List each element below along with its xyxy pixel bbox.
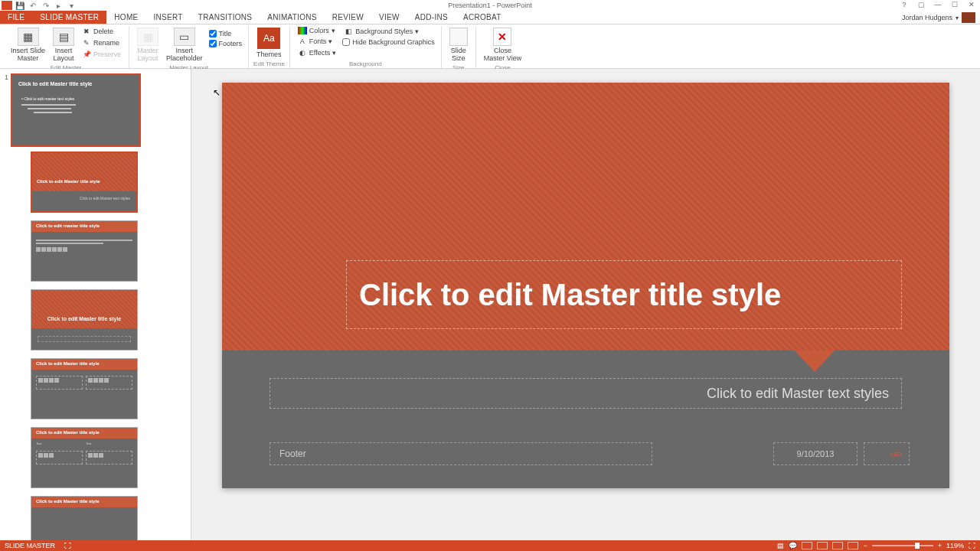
master-number: 1	[5, 73, 8, 81]
qat-customize-icon[interactable]: ▾	[66, 1, 77, 10]
tab-addins[interactable]: ADD-INS	[407, 11, 456, 24]
rename-button[interactable]: ✎Rename	[79, 37, 124, 48]
layout-thumbnail[interactable]: Click to edit Master title style Click t…	[31, 152, 138, 213]
save-icon[interactable]: 💾	[14, 1, 25, 10]
insert-slide-master-icon: ▦	[18, 28, 39, 46]
status-mode: SLIDE MASTER	[5, 542, 55, 549]
footers-checkbox[interactable]: Footers	[207, 39, 244, 48]
zoom-out-button[interactable]: −	[863, 542, 867, 549]
subtitle-placeholder[interactable]: Click to edit Master text styles	[270, 378, 902, 409]
title-placeholder-text: Click to edit Master title style	[359, 278, 781, 312]
ribbon-group-close: ✕ Close Master View Close	[476, 26, 529, 68]
title-placeholder[interactable]: Click to edit Master title style	[346, 260, 902, 329]
window-title: Presentation1 - PowerPoint	[448, 2, 532, 9]
redo-icon[interactable]: ↷	[40, 1, 51, 10]
status-bar: SLIDE MASTER ⛶ ▤ 💬 − + 119% ⛶	[0, 540, 980, 551]
delete-button[interactable]: ✖Delete	[79, 26, 124, 37]
user-name: Jordan Hudgens	[902, 14, 952, 21]
tab-file[interactable]: FILE	[0, 11, 32, 24]
date-placeholder[interactable]: 9/10/2013	[773, 442, 858, 465]
slide-master-canvas[interactable]: Click to edit Master title style Click t…	[222, 83, 949, 488]
hide-bg-checkbox[interactable]: Hide Background Graphics	[341, 37, 436, 47]
tab-slide-master[interactable]: SLIDE MASTER	[32, 11, 106, 24]
reading-view-icon[interactable]	[832, 542, 843, 549]
slide-size-button[interactable]: Slide Size	[446, 26, 471, 64]
fonts-icon: A	[298, 37, 307, 46]
powerpoint-icon	[2, 1, 12, 10]
delete-icon: ✖	[82, 27, 91, 36]
slide-size-icon	[449, 28, 468, 46]
zoom-in-button[interactable]: +	[938, 542, 942, 549]
effects-icon: ◐	[298, 48, 307, 57]
preserve-icon: 📌	[82, 50, 91, 59]
layout-thumbnail[interactable]: Click to edit master title style	[31, 220, 138, 282]
tab-acrobat[interactable]: ACROBAT	[456, 11, 509, 24]
notes-button[interactable]: ▤	[777, 542, 784, 549]
slide-canvas-area[interactable]: Click to edit Master title style Click t…	[191, 69, 980, 540]
tab-review[interactable]: REVIEW	[325, 11, 371, 24]
subtitle-placeholder-text: Click to edit Master text styles	[707, 386, 889, 402]
help-icon[interactable]: ?	[897, 1, 911, 10]
insert-layout-icon: ▤	[53, 28, 74, 46]
close-master-view-button[interactable]: ✕ Close Master View	[481, 26, 524, 64]
master-thumbnail[interactable]: 1 Click to edit Master title style • Cli…	[11, 73, 188, 147]
tab-transitions[interactable]: TRANSITIONS	[191, 11, 260, 24]
ribbon-group-size: Slide Size Size	[442, 26, 476, 68]
ribbon: ▦ Insert Slide Master ▤ Insert Layout ✖D…	[0, 24, 980, 69]
zoom-slider[interactable]	[872, 545, 933, 546]
comments-button[interactable]: 💬	[789, 542, 797, 549]
colors-icon	[298, 27, 307, 34]
layout-thumbnail-list: Click to edit Master title style Click t…	[31, 152, 188, 540]
user-avatar	[962, 12, 975, 23]
title-checkbox[interactable]: Title	[207, 29, 244, 38]
ribbon-group-edit-theme: Aa Themes Edit Theme	[249, 26, 290, 68]
layout-thumbnail[interactable]: Click to edit Master title style	[31, 289, 138, 350]
group-label-background: Background	[295, 60, 436, 68]
layout-thumbnail[interactable]: Click to edit Master title style	[31, 496, 138, 540]
fit-to-window-icon[interactable]: ⛶	[969, 542, 975, 549]
background-styles-button[interactable]: ◧Background Styles ▾	[341, 26, 436, 37]
layout-thumbnail[interactable]: Click to edit Master title style Text Te…	[31, 427, 138, 488]
zoom-level[interactable]: 119%	[946, 542, 964, 549]
slide-master-thumbnail-pane[interactable]: 1 Click to edit Master title style • Cli…	[0, 69, 191, 540]
user-account[interactable]: Jordan Hudgens ▾	[902, 12, 975, 23]
close-icon: ✕	[493, 28, 511, 46]
layout-thumbnail[interactable]: Click to edit Master title style	[31, 358, 138, 419]
insert-placeholder-icon: ▭	[174, 28, 195, 46]
group-label-edit-theme: Edit Theme	[253, 60, 285, 68]
slideshow-view-icon[interactable]	[848, 542, 858, 549]
tab-animations[interactable]: ANIMATIONS	[260, 11, 324, 24]
ribbon-group-master-layout: ▦ Master Layout ▭ Insert Placeholder Tit…	[129, 26, 249, 68]
insert-slide-master-button[interactable]: ▦ Insert Slide Master	[8, 26, 48, 64]
maximize-icon[interactable]: ☐	[948, 1, 962, 10]
close-window-icon[interactable]: ✕	[965, 1, 978, 10]
themes-button[interactable]: Aa Themes	[253, 26, 285, 60]
tab-home[interactable]: HOME	[106, 11, 145, 24]
minimize-icon[interactable]: —	[931, 1, 945, 10]
colors-button[interactable]: Colors ▾	[295, 26, 339, 35]
undo-icon[interactable]: ↶	[27, 1, 38, 10]
slide-sorter-icon[interactable]	[817, 542, 828, 549]
ribbon-group-edit-master: ▦ Insert Slide Master ▤ Insert Layout ✖D…	[3, 26, 129, 68]
workspace: 1 Click to edit Master title style • Cli…	[0, 69, 980, 540]
insert-layout-button[interactable]: ▤ Insert Layout	[50, 26, 77, 64]
status-lang-icon[interactable]: ⛶	[64, 542, 71, 549]
window-controls: ? ▢ — ☐ ✕	[897, 1, 978, 10]
slide-number-placeholder[interactable]: ‹#›	[864, 442, 910, 465]
ribbon-group-background: Colors ▾ AFonts ▾ ◐Effects ▾ ◧Background…	[290, 26, 442, 68]
footer-placeholder[interactable]: Footer	[270, 442, 652, 465]
fonts-button[interactable]: AFonts ▾	[295, 36, 339, 47]
ribbon-tabs: FILE SLIDE MASTER HOME INSERT TRANSITION…	[0, 11, 980, 24]
master-layout-button[interactable]: ▦ Master Layout	[134, 26, 162, 64]
title-bar: 💾 ↶ ↷ ▸ ▾ Presentation1 - PowerPoint ? ▢…	[0, 0, 980, 11]
start-from-beginning-icon[interactable]: ▸	[53, 1, 64, 10]
ribbon-display-icon[interactable]: ▢	[914, 1, 928, 10]
tab-insert[interactable]: INSERT	[145, 11, 190, 24]
themes-icon: Aa	[257, 28, 280, 49]
tab-view[interactable]: VIEW	[371, 11, 407, 24]
effects-button[interactable]: ◐Effects ▾	[295, 47, 339, 58]
preserve-button[interactable]: 📌Preserve	[79, 49, 124, 60]
callout-pointer-icon	[795, 350, 835, 372]
normal-view-icon[interactable]	[802, 542, 812, 549]
insert-placeholder-button[interactable]: ▭ Insert Placeholder	[163, 26, 206, 64]
